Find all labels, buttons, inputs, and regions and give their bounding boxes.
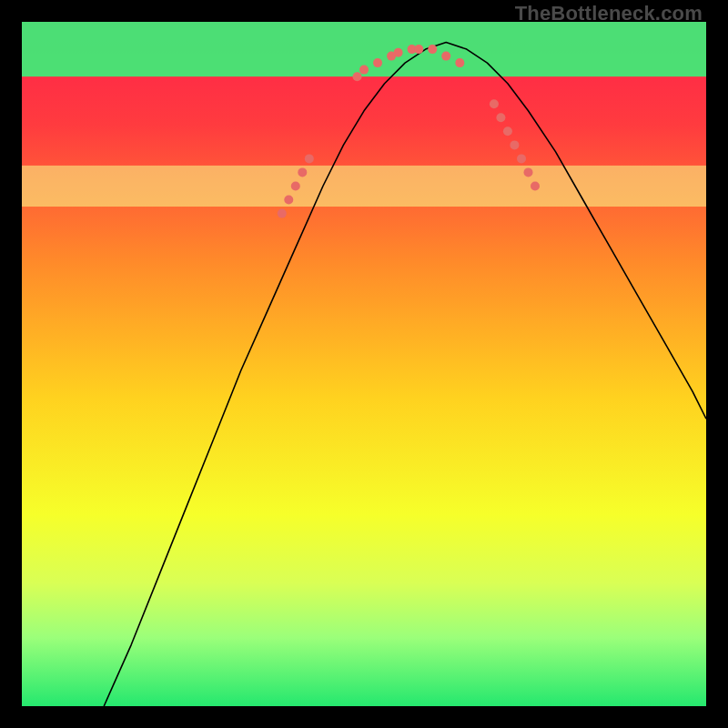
marker-point <box>414 45 423 54</box>
marker-point <box>524 167 533 177</box>
marker-point <box>394 48 403 57</box>
bottleneck-curve-chart <box>22 22 706 706</box>
marker-point <box>455 58 464 67</box>
marker-point <box>353 72 362 81</box>
chart-background <box>22 22 706 706</box>
marker-point <box>496 113 505 122</box>
band-0 <box>22 166 706 207</box>
marker-point <box>305 154 314 163</box>
marker-point <box>490 99 499 108</box>
marker-point <box>359 66 369 75</box>
marker-point <box>510 140 519 149</box>
watermark-text: TheBottleneck.com <box>515 2 703 25</box>
marker-point <box>284 196 293 205</box>
marker-point <box>278 209 287 218</box>
marker-point <box>298 167 307 177</box>
marker-point <box>517 154 526 163</box>
marker-point <box>373 58 382 67</box>
marker-point <box>291 182 300 191</box>
marker-point <box>503 126 512 136</box>
marker-point <box>441 52 450 61</box>
chart-frame <box>22 22 706 706</box>
marker-point <box>428 45 437 54</box>
marker-point <box>531 182 540 191</box>
